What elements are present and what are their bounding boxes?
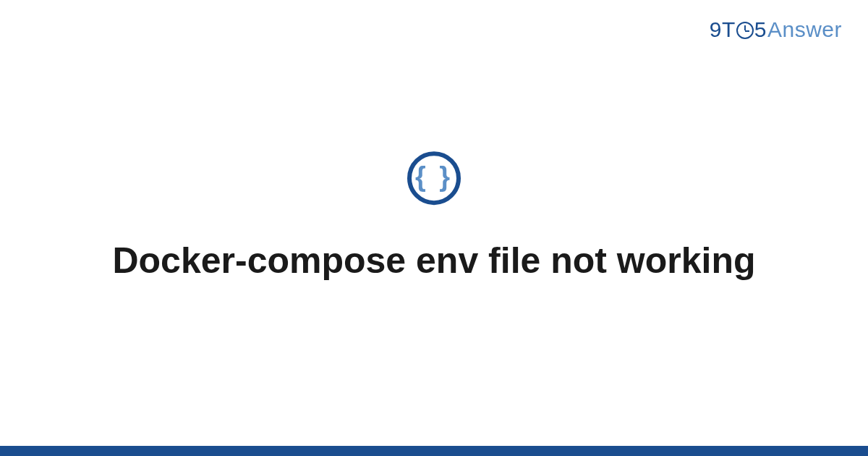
footer-accent-bar	[0, 446, 868, 456]
site-logo: 9 T 5 Answer	[710, 17, 842, 42]
brand-answer: Answer	[767, 17, 842, 42]
brand-t: T	[722, 17, 736, 42]
category-icon-circle: { }	[407, 151, 461, 205]
brand-five: 5	[754, 17, 767, 42]
clock-icon	[736, 22, 754, 39]
main-content: { } Docker-compose env file not working	[0, 151, 868, 284]
code-braces-icon: { }	[415, 163, 453, 190]
brand-nine: 9	[710, 17, 722, 42]
page-title: Docker-compose env file not working	[109, 238, 760, 284]
